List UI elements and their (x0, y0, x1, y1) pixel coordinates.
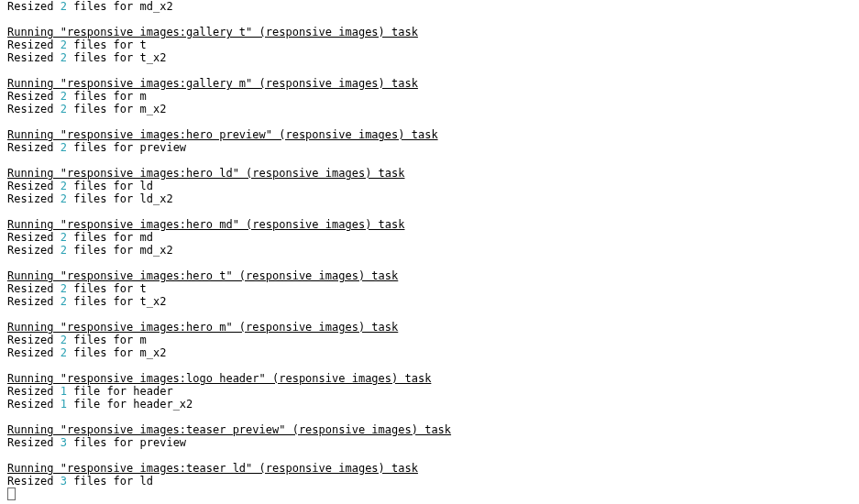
output-line: Resized 2 files for t_x2 (7, 51, 852, 64)
output-text-pre: Resized (7, 180, 61, 192)
blank-line (7, 257, 852, 269)
output-text-post: files for ld (67, 180, 153, 192)
output-text-pre: Resized (7, 385, 61, 398)
output-line: Resized 2 files for m (7, 90, 852, 103)
blank-line (7, 411, 852, 423)
output-text-pre: Resized (7, 334, 61, 346)
file-count: 2 (61, 180, 67, 192)
task-header-text: Running "responsive images:hero ld" (res… (7, 167, 404, 180)
file-count: 2 (61, 334, 67, 346)
output-text-pre: Resized (7, 141, 61, 154)
task-header-line: Running "responsive images:gallery t" (r… (7, 26, 852, 38)
output-line: Resized 1 file for header_x2 (7, 398, 852, 411)
prompt-line[interactable] (7, 488, 852, 500)
output-text-pre: Resized (7, 103, 61, 115)
output-text-pre: Resized (7, 0, 61, 13)
output-line: Resized 2 files for m_x2 (7, 346, 852, 359)
file-count: 3 (61, 436, 67, 449)
output-text-post: files for t_x2 (67, 51, 166, 64)
file-count: 2 (61, 346, 67, 359)
blank-line (7, 449, 852, 462)
output-line: Resized 2 files for md_x2 (7, 244, 852, 257)
blank-line (7, 205, 852, 218)
file-count: 1 (61, 398, 67, 411)
output-line: Resized 2 files for t (7, 282, 852, 295)
output-line: Resized 2 files for ld (7, 180, 852, 192)
output-line: Resized 3 files for preview (7, 436, 852, 449)
file-count: 2 (61, 141, 67, 154)
task-header-text: Running "responsive images:logo header" … (7, 372, 431, 385)
task-header-text: Running "responsive images:hero md" (res… (7, 218, 404, 231)
output-text-post: files for ld_x2 (67, 192, 173, 205)
blank-line (7, 359, 852, 372)
task-header-text: Running "responsive images:hero preview"… (7, 128, 438, 141)
output-text-post: files for m_x2 (67, 103, 166, 115)
cursor-icon (7, 488, 16, 500)
output-text-pre: Resized (7, 398, 61, 411)
output-text-post: files for t_x2 (67, 295, 166, 308)
task-header-line: Running "responsive images:teaser previe… (7, 423, 852, 436)
output-text-pre: Resized (7, 90, 61, 103)
task-header-line: Running "responsive images:hero preview"… (7, 128, 852, 141)
blank-line (7, 64, 852, 77)
task-header-text: Running "responsive images:teaser ld" (r… (7, 462, 418, 475)
file-count: 1 (61, 385, 67, 398)
blank-line (7, 308, 852, 321)
task-header-line: Running "responsive images:gallery m" (r… (7, 77, 852, 90)
terminal-output: Resized 2 files for md_x2Running "respon… (0, 0, 859, 500)
task-header-text: Running "responsive images:hero t" (resp… (7, 269, 398, 282)
output-line: Resized 2 files for m_x2 (7, 103, 852, 115)
output-text-post: files for md_x2 (67, 244, 173, 257)
task-header-line: Running "responsive images:hero md" (res… (7, 218, 852, 231)
output-line: Resized 2 files for preview (7, 141, 852, 154)
output-line: Resized 2 files for t_x2 (7, 295, 852, 308)
output-line: Resized 2 files for ld_x2 (7, 192, 852, 205)
output-text-post: files for md (67, 231, 153, 244)
file-count: 2 (61, 295, 67, 308)
output-text-pre: Resized (7, 436, 61, 449)
output-text-post: files for preview (67, 141, 186, 154)
task-header-line: Running "responsive images:hero ld" (res… (7, 167, 852, 180)
task-header-line: Running "responsive images:hero m" (resp… (7, 321, 852, 334)
output-text-post: files for m_x2 (67, 346, 166, 359)
task-header-line: Running "responsive images:logo header" … (7, 372, 852, 385)
output-text-post: files for t (67, 282, 147, 295)
output-text-post: files for preview (67, 436, 186, 449)
output-text-post: file for header_x2 (67, 398, 193, 411)
task-header-text: Running "responsive images:teaser previe… (7, 423, 451, 436)
file-count: 2 (61, 231, 67, 244)
output-text-post: files for ld (67, 475, 153, 488)
file-count: 2 (61, 51, 67, 64)
output-text-pre: Resized (7, 244, 61, 257)
task-header-line: Running "responsive images:hero t" (resp… (7, 269, 852, 282)
output-text-pre: Resized (7, 51, 61, 64)
file-count: 2 (61, 103, 67, 115)
blank-line (7, 13, 852, 26)
output-line: Resized 1 file for header (7, 385, 852, 398)
file-count: 2 (61, 192, 67, 205)
file-count: 3 (61, 475, 67, 488)
task-header-text: Running "responsive images:hero m" (resp… (7, 321, 398, 334)
file-count: 2 (61, 38, 67, 51)
file-count: 2 (61, 90, 67, 103)
output-line: Resized 2 files for md (7, 231, 852, 244)
output-text-post: file for header (67, 385, 173, 398)
file-count: 2 (61, 244, 67, 257)
output-text-pre: Resized (7, 282, 61, 295)
file-count: 2 (61, 0, 67, 13)
output-text-post: files for md_x2 (67, 0, 173, 13)
task-header-line: Running "responsive images:teaser ld" (r… (7, 462, 852, 475)
blank-line (7, 115, 852, 128)
output-line: Resized 2 files for t (7, 38, 852, 51)
blank-line (7, 154, 852, 167)
output-text-pre: Resized (7, 38, 61, 51)
output-line: Resized 2 files for md_x2 (7, 0, 852, 13)
output-text-post: files for m (67, 334, 147, 346)
output-text-pre: Resized (7, 295, 61, 308)
output-text-pre: Resized (7, 475, 61, 488)
output-text-pre: Resized (7, 346, 61, 359)
output-line: Resized 2 files for m (7, 334, 852, 346)
output-text-pre: Resized (7, 231, 61, 244)
output-line: Resized 3 files for ld (7, 475, 852, 488)
output-text-post: files for t (67, 38, 147, 51)
